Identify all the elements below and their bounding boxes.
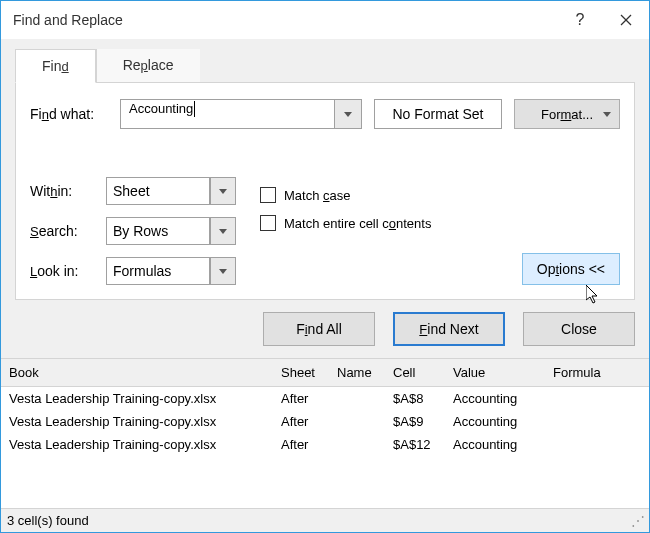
look-in-select[interactable]: Formulas bbox=[106, 257, 210, 285]
col-header-name[interactable]: Name bbox=[337, 365, 393, 380]
statusbar: 3 cell(s) found ⋰ bbox=[1, 508, 649, 532]
options-button[interactable]: Options << bbox=[522, 253, 620, 285]
results-header: Book Sheet Name Cell Value Formula bbox=[1, 358, 649, 387]
within-label: Within: bbox=[30, 183, 100, 199]
chevron-down-icon bbox=[219, 269, 227, 274]
tab-strip: Find Replace bbox=[15, 49, 635, 83]
search-select[interactable]: By Rows bbox=[106, 217, 210, 245]
results-row[interactable]: Vesta Leadership Training-copy.xlsx Afte… bbox=[1, 410, 649, 433]
find-all-button[interactable]: Find All bbox=[263, 312, 375, 346]
status-text: 3 cell(s) found bbox=[7, 513, 89, 528]
find-history-dropdown[interactable] bbox=[334, 99, 362, 129]
within-dropdown-button[interactable] bbox=[210, 177, 236, 205]
match-case-checkbox[interactable] bbox=[260, 187, 276, 203]
match-case-label: Match case bbox=[284, 188, 350, 203]
format-button[interactable]: Format... bbox=[514, 99, 620, 129]
titlebar: Find and Replace ? bbox=[1, 1, 649, 39]
col-header-formula[interactable]: Formula bbox=[553, 365, 641, 380]
col-header-cell[interactable]: Cell bbox=[393, 365, 453, 380]
find-what-label: Find what: bbox=[30, 106, 108, 122]
within-select[interactable]: Sheet bbox=[106, 177, 210, 205]
client-area: Find Replace Find what: Accounting No Fo… bbox=[1, 39, 649, 532]
resize-grip-icon[interactable]: ⋰ bbox=[631, 517, 643, 525]
results-row[interactable]: Vesta Leadership Training-copy.xlsx Afte… bbox=[1, 387, 649, 410]
button-row: Find All Find Next Close bbox=[1, 300, 649, 358]
format-preview: No Format Set bbox=[374, 99, 502, 129]
match-entire-label: Match entire cell contents bbox=[284, 216, 431, 231]
look-in-dropdown-button[interactable] bbox=[210, 257, 236, 285]
tab-replace[interactable]: Replace bbox=[96, 49, 200, 83]
look-in-label: Look in: bbox=[30, 263, 100, 279]
window-title: Find and Replace bbox=[13, 12, 557, 28]
match-entire-checkbox[interactable] bbox=[260, 215, 276, 231]
close-button[interactable]: Close bbox=[523, 312, 635, 346]
find-replace-dialog: Find and Replace ? Find Replace Find wha… bbox=[0, 0, 650, 533]
col-header-sheet[interactable]: Sheet bbox=[281, 365, 337, 380]
find-next-button[interactable]: Find Next bbox=[393, 312, 505, 346]
help-icon[interactable]: ? bbox=[557, 1, 603, 39]
results-row[interactable]: Vesta Leadership Training-copy.xlsx Afte… bbox=[1, 433, 649, 456]
find-what-input[interactable]: Accounting bbox=[120, 99, 362, 129]
chevron-down-icon bbox=[603, 112, 611, 117]
col-header-value[interactable]: Value bbox=[453, 365, 553, 380]
chevron-down-icon bbox=[219, 229, 227, 234]
chevron-down-icon bbox=[344, 112, 352, 117]
search-dropdown-button[interactable] bbox=[210, 217, 236, 245]
tab-find[interactable]: Find bbox=[15, 49, 96, 83]
search-label: Search: bbox=[30, 223, 100, 239]
col-header-book[interactable]: Book bbox=[9, 365, 281, 380]
close-icon[interactable] bbox=[603, 1, 649, 39]
results-list: Vesta Leadership Training-copy.xlsx Afte… bbox=[1, 387, 649, 456]
find-panel: Find what: Accounting No Format Set Form… bbox=[15, 82, 635, 300]
chevron-down-icon bbox=[219, 189, 227, 194]
